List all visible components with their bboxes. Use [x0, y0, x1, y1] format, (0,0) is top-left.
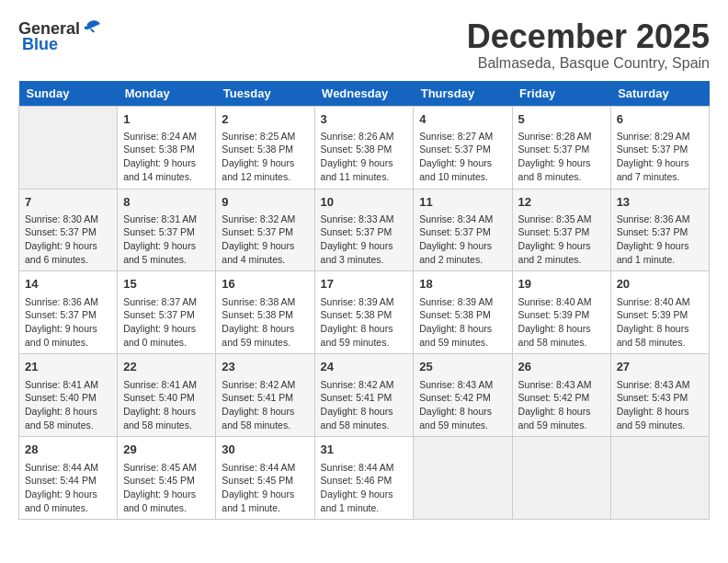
- col-header-tuesday: Tuesday: [216, 81, 314, 107]
- day-info: Sunrise: 8:31 AMSunset: 5:37 PMDaylight:…: [123, 213, 210, 267]
- day-info: Sunrise: 8:26 AMSunset: 5:38 PMDaylight:…: [321, 130, 408, 184]
- day-number: 23: [222, 359, 308, 375]
- day-number: 12: [518, 194, 605, 211]
- day-number: 10: [321, 194, 408, 211]
- day-info: Sunrise: 8:45 AMSunset: 5:45 PMDaylight:…: [123, 461, 210, 515]
- calendar-cell: 6Sunrise: 8:29 AMSunset: 5:37 PMDaylight…: [610, 106, 709, 189]
- calendar-cell: [610, 437, 709, 520]
- calendar-cell: 17Sunrise: 8:39 AMSunset: 5:38 PMDayligh…: [314, 271, 414, 354]
- calendar-cell: 23Sunrise: 8:42 AMSunset: 5:41 PMDayligh…: [216, 354, 314, 437]
- day-number: 21: [25, 359, 111, 375]
- day-number: 26: [518, 359, 605, 375]
- logo-bird-icon: [82, 17, 104, 39]
- day-number: 5: [518, 111, 605, 128]
- col-header-thursday: Thursday: [414, 81, 512, 107]
- day-info: Sunrise: 8:42 AMSunset: 5:41 PMDaylight:…: [222, 378, 308, 432]
- title-block: December 2025 Balmaseda, Basque Country,…: [467, 18, 710, 72]
- col-header-saturday: Saturday: [610, 81, 709, 107]
- calendar-week-row: 1Sunrise: 8:24 AMSunset: 5:38 PMDaylight…: [19, 106, 710, 189]
- calendar-week-row: 14Sunrise: 8:36 AMSunset: 5:37 PMDayligh…: [19, 271, 710, 354]
- calendar-cell: 18Sunrise: 8:39 AMSunset: 5:38 PMDayligh…: [414, 271, 512, 354]
- calendar-cell: 7Sunrise: 8:30 AMSunset: 5:37 PMDaylight…: [19, 189, 118, 271]
- day-info: Sunrise: 8:39 AMSunset: 5:38 PMDaylight:…: [419, 295, 506, 350]
- calendar-cell: 24Sunrise: 8:42 AMSunset: 5:41 PMDayligh…: [314, 354, 414, 437]
- day-number: 31: [321, 442, 408, 458]
- logo: General Blue: [18, 18, 104, 54]
- day-number: 25: [419, 359, 506, 375]
- day-info: Sunrise: 8:38 AMSunset: 5:38 PMDaylight:…: [222, 295, 308, 350]
- day-info: Sunrise: 8:43 AMSunset: 5:42 PMDaylight:…: [518, 378, 605, 432]
- calendar-cell: 29Sunrise: 8:45 AMSunset: 5:45 PMDayligh…: [118, 437, 216, 520]
- day-info: Sunrise: 8:27 AMSunset: 5:37 PMDaylight:…: [419, 130, 506, 184]
- calendar-cell: 8Sunrise: 8:31 AMSunset: 5:37 PMDaylight…: [118, 189, 216, 271]
- calendar-cell: 26Sunrise: 8:43 AMSunset: 5:42 PMDayligh…: [512, 354, 610, 437]
- calendar-cell: 12Sunrise: 8:35 AMSunset: 5:37 PMDayligh…: [512, 189, 610, 271]
- calendar-week-row: 28Sunrise: 8:44 AMSunset: 5:44 PMDayligh…: [19, 437, 710, 520]
- day-info: Sunrise: 8:37 AMSunset: 5:37 PMDaylight:…: [123, 295, 210, 350]
- calendar-cell: [512, 437, 610, 520]
- day-info: Sunrise: 8:43 AMSunset: 5:43 PMDaylight:…: [617, 378, 703, 432]
- calendar-cell: 10Sunrise: 8:33 AMSunset: 5:37 PMDayligh…: [314, 189, 414, 271]
- calendar-cell: 20Sunrise: 8:40 AMSunset: 5:39 PMDayligh…: [610, 271, 709, 354]
- day-number: 19: [518, 276, 605, 293]
- day-number: 30: [222, 442, 308, 458]
- day-number: 17: [321, 276, 408, 293]
- page-header: General Blue December 2025 Balmaseda, Ba…: [18, 18, 710, 72]
- day-number: 22: [123, 359, 210, 375]
- day-number: 6: [617, 111, 703, 128]
- calendar-cell: 30Sunrise: 8:44 AMSunset: 5:45 PMDayligh…: [216, 437, 314, 520]
- calendar-week-row: 7Sunrise: 8:30 AMSunset: 5:37 PMDaylight…: [19, 189, 710, 271]
- calendar-cell: 25Sunrise: 8:43 AMSunset: 5:42 PMDayligh…: [414, 354, 512, 437]
- day-number: 4: [419, 111, 506, 128]
- day-number: 29: [123, 442, 210, 458]
- day-number: 20: [617, 276, 703, 293]
- calendar-cell: 2Sunrise: 8:25 AMSunset: 5:38 PMDaylight…: [216, 106, 314, 189]
- calendar-cell: 5Sunrise: 8:28 AMSunset: 5:37 PMDaylight…: [512, 106, 610, 189]
- calendar-cell: 13Sunrise: 8:36 AMSunset: 5:37 PMDayligh…: [610, 189, 709, 271]
- day-info: Sunrise: 8:44 AMSunset: 5:46 PMDaylight:…: [321, 461, 408, 515]
- day-info: Sunrise: 8:25 AMSunset: 5:38 PMDaylight:…: [222, 130, 308, 184]
- calendar-header-row: SundayMondayTuesdayWednesdayThursdayFrid…: [19, 81, 710, 107]
- calendar-cell: 11Sunrise: 8:34 AMSunset: 5:37 PMDayligh…: [414, 189, 512, 271]
- calendar-week-row: 21Sunrise: 8:41 AMSunset: 5:40 PMDayligh…: [19, 354, 710, 437]
- calendar-cell: 21Sunrise: 8:41 AMSunset: 5:40 PMDayligh…: [19, 354, 118, 437]
- day-number: 24: [321, 359, 408, 375]
- day-info: Sunrise: 8:42 AMSunset: 5:41 PMDaylight:…: [321, 378, 408, 432]
- calendar-cell: 3Sunrise: 8:26 AMSunset: 5:38 PMDaylight…: [314, 106, 414, 189]
- calendar-cell: [414, 437, 512, 520]
- day-number: 13: [617, 194, 703, 211]
- day-info: Sunrise: 8:34 AMSunset: 5:37 PMDaylight:…: [419, 213, 506, 267]
- location-subtitle: Balmaseda, Basque Country, Spain: [467, 55, 710, 72]
- day-info: Sunrise: 8:39 AMSunset: 5:38 PMDaylight:…: [321, 295, 408, 350]
- col-header-friday: Friday: [512, 81, 610, 107]
- day-number: 27: [617, 359, 703, 375]
- day-info: Sunrise: 8:40 AMSunset: 5:39 PMDaylight:…: [518, 295, 605, 350]
- day-number: 9: [222, 194, 308, 211]
- calendar-cell: 22Sunrise: 8:41 AMSunset: 5:40 PMDayligh…: [118, 354, 216, 437]
- day-info: Sunrise: 8:41 AMSunset: 5:40 PMDaylight:…: [123, 378, 210, 432]
- day-number: 28: [25, 442, 111, 458]
- calendar-cell: 15Sunrise: 8:37 AMSunset: 5:37 PMDayligh…: [118, 271, 216, 354]
- day-info: Sunrise: 8:41 AMSunset: 5:40 PMDaylight:…: [25, 378, 111, 432]
- logo-blue: Blue: [22, 35, 58, 54]
- day-number: 7: [25, 194, 111, 211]
- day-number: 15: [123, 276, 210, 293]
- day-info: Sunrise: 8:36 AMSunset: 5:37 PMDaylight:…: [617, 213, 703, 267]
- calendar-cell: 19Sunrise: 8:40 AMSunset: 5:39 PMDayligh…: [512, 271, 610, 354]
- day-info: Sunrise: 8:30 AMSunset: 5:37 PMDaylight:…: [25, 213, 111, 267]
- calendar-cell: 16Sunrise: 8:38 AMSunset: 5:38 PMDayligh…: [216, 271, 314, 354]
- day-info: Sunrise: 8:35 AMSunset: 5:37 PMDaylight:…: [518, 213, 605, 267]
- calendar-cell: [19, 106, 118, 189]
- day-info: Sunrise: 8:43 AMSunset: 5:42 PMDaylight:…: [419, 378, 506, 432]
- calendar-cell: 27Sunrise: 8:43 AMSunset: 5:43 PMDayligh…: [610, 354, 709, 437]
- day-number: 2: [222, 111, 308, 128]
- day-number: 14: [25, 276, 111, 293]
- calendar-table: SundayMondayTuesdayWednesdayThursdayFrid…: [18, 81, 710, 521]
- calendar-cell: 4Sunrise: 8:27 AMSunset: 5:37 PMDaylight…: [414, 106, 512, 189]
- col-header-wednesday: Wednesday: [314, 81, 414, 107]
- day-number: 18: [419, 276, 506, 293]
- month-title: December 2025: [467, 18, 710, 55]
- day-info: Sunrise: 8:28 AMSunset: 5:37 PMDaylight:…: [518, 130, 605, 184]
- day-number: 8: [123, 194, 210, 211]
- calendar-cell: 28Sunrise: 8:44 AMSunset: 5:44 PMDayligh…: [19, 437, 118, 520]
